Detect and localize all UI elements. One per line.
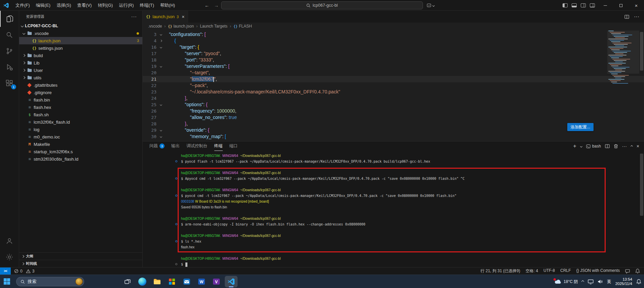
fold-toggle[interactable] [158, 127, 164, 133]
fold-toggle[interactable] [158, 63, 164, 70]
tree-item-launch.json[interactable]: {}launch.json3 [19, 37, 142, 44]
activitybar-settings[interactable] [0, 249, 19, 265]
taskbar-app-photos[interactable] [166, 276, 178, 287]
code-editor[interactable]: 3 "configurations": [4 {16 "target": {17… [143, 30, 644, 141]
fold-toggle[interactable] [158, 44, 164, 50]
menu-help[interactable]: 帮助(H) [157, 0, 178, 11]
code-line-16[interactable]: 16 "target": { [143, 44, 644, 50]
code-line-25[interactable]: 25 "options": { [143, 101, 644, 108]
tree-item-utils[interactable]: utils [19, 74, 142, 81]
menu-goto[interactable]: 转到(G) [95, 0, 116, 11]
close-panel-icon[interactable]: × [637, 143, 639, 149]
nav-back-button[interactable]: ← [205, 3, 209, 8]
breadcrumb-item-launch.json[interactable]: {}launch.json [168, 24, 194, 29]
section-outline[interactable]: 大纲 [19, 252, 142, 260]
menu-file[interactable]: 文件(F) [12, 0, 33, 11]
activitybar-search[interactable] [0, 27, 19, 43]
search-highlight-image[interactable] [75, 278, 83, 285]
feedback-icon[interactable] [625, 269, 630, 274]
taskbar-app-task-view[interactable] [121, 276, 134, 287]
breadcrumb-item-FLASH[interactable]: {}FLASH [234, 24, 252, 29]
remote-indicator[interactable]: >< [0, 268, 11, 275]
split-terminal-icon[interactable] [605, 144, 610, 149]
fold-toggle[interactable] [158, 101, 164, 108]
tree-item-log[interactable]: ≡log [19, 126, 142, 133]
editor-scrollbar-thumb[interactable] [640, 32, 643, 71]
taskbar-app-file-explorer[interactable] [151, 276, 164, 287]
code-line-26[interactable]: 26 "frequency": 1000000, [143, 108, 644, 114]
code-line-20[interactable]: 20 "--target", [143, 70, 644, 76]
menu-terminal[interactable]: 终端(T) [137, 0, 157, 11]
titlebar-extra-dropdown[interactable] [427, 2, 434, 9]
tree-item-Makefile[interactable]: MMakefile [19, 140, 142, 148]
panel-tab-debug-console[interactable]: 调试控制台 [186, 141, 208, 151]
taskbar-search-box[interactable]: 搜索 [16, 277, 84, 286]
problems-status[interactable]: 0 3 [11, 269, 34, 274]
new-terminal-button[interactable]: + [573, 143, 576, 149]
start-button[interactable] [3, 278, 10, 286]
terminal-scrollbar[interactable] [639, 151, 644, 267]
window-maximize-button[interactable] [613, 0, 629, 11]
terminal-tab-bash[interactable]: bash [586, 144, 601, 149]
tab-close-button[interactable]: × [182, 14, 184, 19]
code-line-30[interactable]: 30 "memory_map": [ [143, 133, 644, 140]
maximize-panel-icon[interactable] [631, 145, 633, 147]
status-cursor-position[interactable]: 行 21, 列 31 (已选择9) [480, 268, 520, 274]
code-line-18[interactable]: 18 "port": "3333", [143, 57, 644, 63]
code-line-21[interactable]: 21 "lcm32f067", [143, 76, 644, 82]
terminal[interactable]: ha@DESKTOP-H85GTAK MINGW64 ~/Downloads/l… [143, 151, 644, 267]
breadcrumb-item-Launch Targets[interactable]: Launch Targets [200, 24, 227, 29]
editor-more-actions[interactable]: ··· [634, 14, 639, 20]
panel-tab-output[interactable]: 输出 [171, 141, 180, 151]
toggle-secondary-sidebar-icon[interactable] [581, 3, 586, 7]
menu-edit[interactable]: 编辑(E) [33, 0, 53, 11]
breadcrumb-item-.vscode[interactable]: .vscode [148, 24, 162, 29]
menu-run[interactable]: 运行(R) [116, 0, 137, 11]
menu-view[interactable]: 查看(V) [74, 0, 95, 11]
toggle-primary-sidebar-icon[interactable] [563, 3, 568, 7]
add-configuration-button[interactable]: 添加配置... [567, 123, 594, 131]
terminal-profile-dropdown-icon[interactable] [580, 145, 582, 147]
kill-terminal-trash-icon[interactable] [614, 144, 618, 149]
panel-tab-ports[interactable]: 端口 [229, 141, 238, 151]
panel-tab-terminal[interactable]: 终端 [214, 141, 223, 151]
fold-toggle[interactable] [158, 31, 164, 38]
tree-item-User[interactable]: User [19, 67, 142, 74]
status-language-mode[interactable]: {} JSON with Comments [576, 268, 620, 274]
sidebar-more-actions[interactable]: ··· [131, 14, 137, 19]
code-line-4[interactable]: 4 { [143, 38, 644, 44]
command-decoration-dot[interactable] [175, 177, 177, 179]
menu-selection[interactable]: 选择(S) [53, 0, 74, 11]
window-minimize-button[interactable] [598, 0, 613, 11]
panel-tab-problems[interactable]: 问题3 [149, 141, 165, 151]
tree-item-build[interactable]: build [19, 52, 142, 59]
minimap[interactable] [607, 31, 639, 141]
tree-item-flash.hex[interactable]: ≡flash.hex [19, 104, 142, 111]
notifications-bell-icon[interactable] [635, 269, 640, 274]
tray-volume-icon[interactable] [598, 279, 603, 284]
toggle-panel-icon[interactable] [572, 3, 577, 7]
activitybar-source-control[interactable] [0, 43, 19, 59]
taskbar-weather-widget[interactable]: 18°C 阴 [554, 279, 578, 285]
tree-item-lcm32f06x_flash.ld[interactable]: ≡lcm32f06x_flash.ld [19, 118, 142, 126]
command-center-search[interactable]: lcp067-gcc-bl [221, 1, 423, 9]
split-editor-icon[interactable] [624, 14, 629, 19]
activitybar-account[interactable] [0, 233, 19, 249]
taskbar-app-word[interactable]: W [195, 276, 208, 287]
command-decoration-dot[interactable] [175, 263, 177, 265]
command-decoration-dot[interactable] [175, 223, 177, 225]
tree-item-flash.bin[interactable]: ≡flash.bin [19, 96, 142, 104]
activitybar-run-debug[interactable] [0, 59, 19, 75]
tree-item-.gitattributes[interactable]: .gitattributes [19, 81, 142, 89]
tree-item-.vscode[interactable]: .vscode [19, 30, 142, 37]
taskbar-app-v-app[interactable]: V [210, 276, 223, 287]
fold-toggle[interactable] [158, 38, 164, 44]
project-root-row[interactable]: LCP067-GCC-BL [19, 22, 142, 30]
section-timeline[interactable]: 时间线 [19, 260, 142, 267]
code-line-23[interactable]: 23 "~/.local/share/cmsis-pack-manager/Ke… [143, 89, 644, 95]
tree-item-m0_demo.ioc[interactable]: ≡m0_demo.ioc [19, 133, 142, 140]
code-line-17[interactable]: 17 "server": "pyocd", [143, 50, 644, 57]
editor-scrollbar[interactable] [639, 30, 644, 141]
customize-layout-icon[interactable] [590, 3, 595, 7]
command-decoration-dot[interactable] [175, 240, 177, 242]
